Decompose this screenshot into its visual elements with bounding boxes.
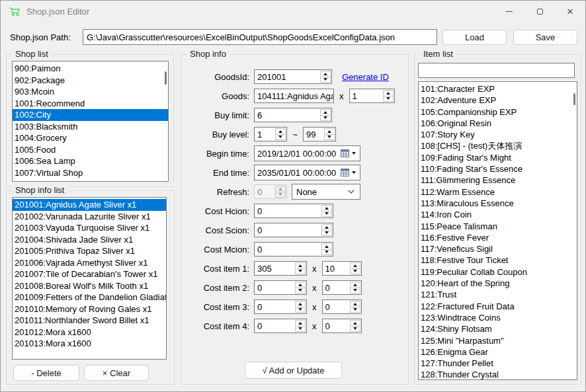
spin-up-button[interactable] [384, 91, 393, 96]
item-list-item[interactable]: 114:Iron Coin [419, 209, 577, 220]
calendar-icon[interactable] [341, 149, 349, 157]
add-or-update-button[interactable]: √ Add or Update [245, 362, 342, 379]
close-button[interactable]: ✕ [555, 1, 585, 22]
spin-up-button[interactable] [322, 225, 331, 230]
shop-list-item[interactable]: 1007:Virtual Shop [13, 167, 168, 179]
dropdown-arrow-icon[interactable] [352, 152, 356, 155]
spin-down-button[interactable] [296, 288, 305, 294]
shop-list-item[interactable]: 1003:Blacksmith [13, 121, 168, 133]
shop-list-item[interactable]: 903:Mcoin [13, 86, 168, 98]
spin-down-button[interactable] [351, 268, 360, 274]
cost-mcion-input[interactable] [255, 243, 321, 256]
spin-up-button[interactable] [322, 244, 331, 249]
cost-item-id-input[interactable] [255, 262, 294, 275]
spin-down-button[interactable] [276, 134, 285, 140]
buy-limit-input[interactable] [255, 108, 319, 122]
shop-list-item[interactable]: 1005:Food [13, 144, 168, 156]
shop-info-list-item[interactable]: 201005:Prithiva Topaz Sliver x1 [13, 245, 166, 257]
shop-list-scrollbar[interactable] [165, 71, 167, 85]
spin-up-button[interactable] [351, 301, 360, 307]
spin-down-button[interactable] [296, 326, 305, 332]
cost-hcion-input[interactable] [255, 204, 321, 217]
shop-info-list-item[interactable]: 201009:Fetters of the Dandelion Gladiato [13, 292, 166, 303]
item-list-item[interactable]: 121:Trust [419, 289, 577, 300]
spin-down-button[interactable] [322, 249, 331, 255]
cost-item-id-input[interactable] [255, 319, 294, 333]
item-list-item[interactable]: 126:Enigma Gear [419, 346, 577, 358]
item-list-item[interactable]: 112:Warm Essence [419, 186, 577, 198]
spin-down-button[interactable] [296, 268, 305, 274]
cost-item-count-input[interactable] [323, 300, 349, 313]
spin-down-button[interactable] [321, 77, 330, 83]
spin-down-button[interactable] [322, 211, 331, 217]
shop-info-list-item[interactable]: 201010:Memory of Roving Gales x1 [13, 303, 166, 315]
spin-up-button[interactable] [276, 129, 285, 134]
item-list-item[interactable]: 124:Shiny Flotsam [419, 323, 577, 334]
spin-down-button[interactable] [296, 307, 305, 313]
cost-item-count-input[interactable] [323, 319, 349, 333]
cost-item-count-input[interactable] [323, 262, 349, 275]
spin-up-button[interactable] [296, 321, 305, 326]
item-list-item[interactable]: 119:Peculiar Collab Coupon [419, 266, 577, 278]
shop-info-list-item[interactable]: 201001:Agnidus Agate Sliver x1 [13, 199, 166, 211]
spin-up-button[interactable] [351, 321, 360, 326]
shop-info-list-item[interactable]: 201002:Varunada Lazurite Sliver x1 [13, 211, 166, 223]
item-list-item[interactable]: 128:Thunder Crystal [419, 369, 577, 380]
cost-item-count-input[interactable] [323, 281, 349, 294]
minimize-button[interactable] [494, 1, 524, 22]
spin-down-button[interactable] [384, 96, 393, 102]
spin-down-button[interactable] [351, 288, 360, 294]
item-list-item[interactable]: 113:Miraculous Essence [419, 198, 577, 209]
shop-info-list-item[interactable]: 201004:Shivada Jade Sliver x1 [13, 234, 166, 246]
item-list-item[interactable]: 120:Heart of the Spring [419, 278, 577, 289]
spin-up-button[interactable] [351, 282, 360, 288]
item-list-item[interactable]: 111:Glimmering Essence [419, 175, 577, 186]
item-list-item[interactable]: 106:Original Resin [419, 118, 577, 129]
dropdown-arrow-icon[interactable] [352, 171, 356, 174]
shop-info-list-item[interactable]: 201013:Mora x1600 [13, 338, 166, 350]
spin-up-button[interactable] [296, 282, 305, 288]
cost-item-id-input[interactable] [255, 300, 294, 313]
item-list-item[interactable]: 109:Fading Star's Might [419, 152, 577, 163]
spin-down-button[interactable] [351, 326, 360, 332]
begin-time-input[interactable] [255, 149, 341, 159]
spin-down-button[interactable] [321, 115, 330, 121]
load-button[interactable]: Load [442, 30, 507, 45]
spin-down-button[interactable] [325, 134, 334, 140]
item-list-item[interactable]: 102:Adventure EXP [419, 95, 577, 106]
goods-count-input[interactable] [350, 89, 382, 102]
buy-level-max-input[interactable] [304, 128, 323, 141]
item-list-item[interactable]: 110:Fading Star's Essence [419, 163, 577, 175]
shop-info-list-item[interactable]: 201008:Boreal Wolf's Milk Tooth x1 [13, 280, 166, 292]
goods-combo-input[interactable] [254, 89, 334, 103]
shop-list-item[interactable]: 900:Paimon [13, 63, 168, 75]
shop-list-item[interactable]: 902:Package [13, 75, 168, 87]
clear-button[interactable]: × Clear [84, 365, 149, 381]
shop-list-item[interactable]: 1001:Recommend [13, 98, 168, 110]
item-search-input[interactable] [418, 63, 575, 78]
save-button[interactable]: Save [513, 30, 577, 45]
spin-down-button[interactable] [322, 230, 331, 236]
shop-list-item[interactable]: 1004:Grocery [13, 132, 168, 144]
item-list-item[interactable]: 101:Character EXP [419, 83, 577, 95]
item-list-item[interactable]: 117:Veneficus Sigil [419, 243, 577, 255]
shop-list-item[interactable]: 1002:City [13, 109, 168, 121]
item-list-item[interactable]: 122:Fractured Fruit Data [419, 301, 577, 312]
path-input[interactable] [83, 29, 437, 45]
shop-info-list-item[interactable]: 201011:Northlander Sword Billet x1 [13, 315, 166, 327]
shop-list-item[interactable]: 1006:Sea Lamp [13, 155, 168, 167]
cost-scion-input[interactable] [255, 223, 321, 237]
item-list-item[interactable]: 115:Peace Talisman [419, 221, 577, 232]
generate-id-link[interactable]: Generate ID [342, 72, 389, 82]
spin-down-button[interactable] [351, 307, 360, 313]
item-list-item[interactable]: 107:Story Key [419, 129, 577, 140]
calendar-icon[interactable] [341, 169, 349, 176]
spin-up-button[interactable] [296, 301, 305, 307]
spin-up-button[interactable] [321, 110, 330, 115]
spin-up-button[interactable] [322, 206, 331, 211]
buy-level-min-input[interactable] [255, 128, 274, 141]
shop-info-list-item[interactable]: 201012:Mora x1600 [13, 327, 166, 338]
delete-button[interactable]: - Delete [13, 365, 79, 381]
item-list-item[interactable]: 116:Festive Fever [419, 232, 577, 243]
end-time-input[interactable] [255, 168, 341, 178]
